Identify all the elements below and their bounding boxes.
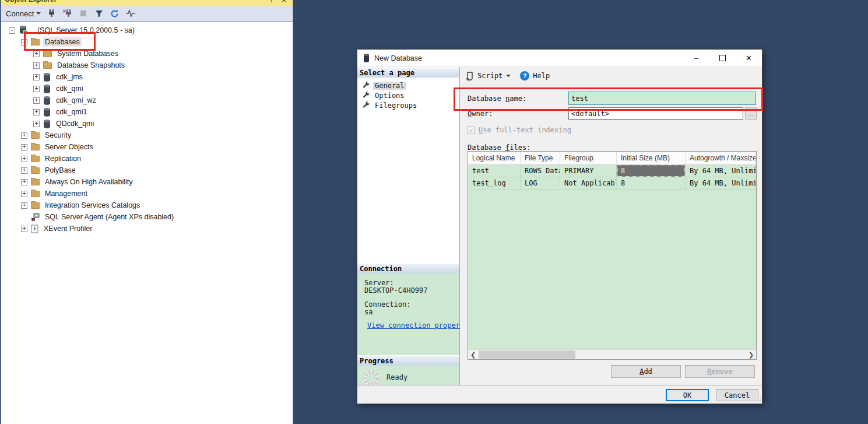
tree-item[interactable]: +Integration Services Catalogs: [1, 199, 293, 211]
activity-monitor-icon[interactable]: [125, 9, 135, 19]
scroll-right-icon[interactable]: ❯: [746, 350, 756, 359]
folder-icon: [31, 167, 40, 174]
grid-column-header[interactable]: Autogrowth / Maxsize: [686, 152, 756, 164]
tree-item[interactable]: +XEvent Profiler: [1, 223, 293, 234]
tree-item-label: Security: [43, 131, 73, 140]
object-explorer-tree: -. (SQL Server 15.0.2000.5 - sa)-Databas…: [1, 22, 293, 234]
fulltext-indexing-checkbox[interactable]: ✓: [468, 127, 475, 134]
expand-icon[interactable]: +: [21, 132, 27, 139]
script-icon: [466, 72, 474, 80]
folder-icon: [31, 39, 40, 45]
grid-cell[interactable]: LOG: [521, 177, 560, 190]
svg-text:✕: ✕: [62, 9, 66, 14]
tree-item-label: Databases: [43, 37, 82, 47]
maximize-button[interactable]: [709, 50, 736, 66]
help-button[interactable]: Help: [533, 72, 550, 80]
page-item-general[interactable]: General: [357, 80, 459, 90]
grid-cell[interactable]: 8: [617, 177, 686, 190]
resize-grip[interactable]: [756, 398, 761, 402]
tree-item[interactable]: +Replication: [1, 153, 293, 164]
connect-plug-icon[interactable]: [47, 9, 57, 19]
tree-item[interactable]: +QDcdk_qmi: [1, 118, 293, 129]
expand-icon[interactable]: +: [33, 62, 40, 69]
collapse-icon[interactable]: -: [21, 39, 27, 45]
tree-item[interactable]: +Security: [1, 129, 293, 141]
close-button[interactable]: ✕: [736, 50, 762, 66]
tree-item[interactable]: +cdk_qmi1: [1, 106, 293, 118]
progress-spinner-icon: [363, 370, 379, 387]
tree-item[interactable]: -Databases: [1, 36, 293, 48]
tree-item[interactable]: +System Databases: [1, 48, 293, 59]
grid-cell[interactable]: test: [468, 165, 521, 177]
connect-button[interactable]: Connect: [6, 9, 41, 18]
chevron-down-icon[interactable]: [506, 75, 511, 77]
tree-item[interactable]: +Management: [1, 188, 293, 199]
grid-cell[interactable]: test_log: [468, 177, 521, 190]
tree-item-label: Replication: [43, 154, 83, 163]
grid-cell[interactable]: Not Applicable: [560, 177, 617, 190]
expand-icon[interactable]: +: [21, 179, 27, 185]
grid-cell[interactable]: By 64 MB, Unlimited: [686, 165, 756, 177]
remove-button[interactable]: Remove: [685, 365, 755, 378]
owner-input[interactable]: [568, 107, 743, 120]
page-item-options[interactable]: Options: [357, 90, 459, 100]
fulltext-indexing-row: ✓ Use full-text indexing: [468, 126, 571, 134]
expand-icon[interactable]: +: [33, 51, 40, 57]
disconnect-plug-icon[interactable]: ✕: [62, 9, 72, 19]
expand-icon[interactable]: +: [21, 202, 27, 209]
tree-item[interactable]: +Always On High Availability: [1, 176, 293, 188]
minimize-button[interactable]: –: [683, 50, 709, 66]
page-item-label: General: [373, 82, 406, 90]
grid-horizontal-scrollbar[interactable]: ❮ ❯: [468, 349, 756, 359]
expand-icon[interactable]: +: [33, 97, 40, 104]
grid-column-header[interactable]: Filegroup: [560, 152, 617, 164]
expand-icon[interactable]: +: [21, 167, 27, 174]
filter-icon[interactable]: [94, 9, 104, 19]
pin-icon[interactable]: ⊤: [268, 0, 274, 4]
database-name-input[interactable]: [568, 92, 756, 105]
grid-column-header[interactable]: File Type: [521, 152, 560, 164]
grid-column-header[interactable]: Initial Size (MB): [617, 152, 686, 164]
tree-item[interactable]: +PolyBase: [1, 164, 293, 176]
page-item-filegroups[interactable]: Filegroups: [357, 100, 459, 110]
stop-icon[interactable]: [78, 9, 88, 19]
expand-icon[interactable]: +: [21, 191, 27, 197]
collapse-icon[interactable]: -: [9, 27, 15, 34]
tree-item[interactable]: +cdk_qmi: [1, 83, 293, 94]
expand-icon[interactable]: +: [33, 121, 40, 127]
expand-icon[interactable]: +: [33, 86, 40, 92]
database-dialog-icon: [363, 54, 370, 62]
grid-cell[interactable]: ROWS Data: [521, 165, 560, 177]
grid-cell[interactable]: PRIMARY: [560, 165, 617, 177]
expand-icon[interactable]: +: [33, 109, 40, 115]
view-connection-properties-link[interactable]: View connection properti: [367, 321, 468, 330]
owner-browse-button[interactable]: ...: [745, 107, 757, 120]
tree-item[interactable]: +Server Objects: [1, 141, 293, 153]
tree-item[interactable]: -. (SQL Server 15.0.2000.5 - sa): [1, 24, 293, 36]
grid-cell[interactable]: By 64 MB, Unlimited: [686, 177, 756, 190]
close-icon[interactable]: ✕: [282, 0, 287, 4]
grid-row: testROWS DataPRIMARY8By 64 MB, Unlimited: [468, 165, 756, 177]
grid-column-header[interactable]: Logical Name: [468, 152, 521, 164]
tree-item[interactable]: +cdk_jms: [1, 71, 293, 83]
folder-icon: [31, 179, 40, 185]
tree-item[interactable]: +cdk_qmi_wz: [1, 94, 293, 106]
cancel-button[interactable]: Cancel: [716, 389, 758, 401]
help-icon: ?: [520, 71, 529, 80]
scroll-left-icon[interactable]: ❮: [468, 350, 478, 359]
ok-button[interactable]: OK: [666, 389, 709, 401]
expand-icon[interactable]: +: [21, 156, 27, 162]
scrollbar-track[interactable]: [478, 350, 746, 359]
refresh-icon[interactable]: [110, 9, 120, 19]
script-button[interactable]: Script: [477, 72, 502, 80]
tree-item[interactable]: +Database Snapshots: [1, 59, 293, 71]
add-button[interactable]: Add: [611, 365, 681, 378]
grid-cell[interactable]: 8: [617, 165, 686, 177]
tree-item[interactable]: ✕SQL Server Agent (Agent XPs disabled): [1, 211, 293, 223]
expand-icon[interactable]: +: [33, 74, 40, 80]
tree-item-label: Database Snapshots: [55, 61, 126, 70]
expand-icon[interactable]: +: [21, 144, 27, 150]
scrollbar-thumb[interactable]: [479, 351, 575, 359]
wrench-icon: [363, 81, 370, 90]
expand-icon[interactable]: +: [21, 226, 27, 232]
